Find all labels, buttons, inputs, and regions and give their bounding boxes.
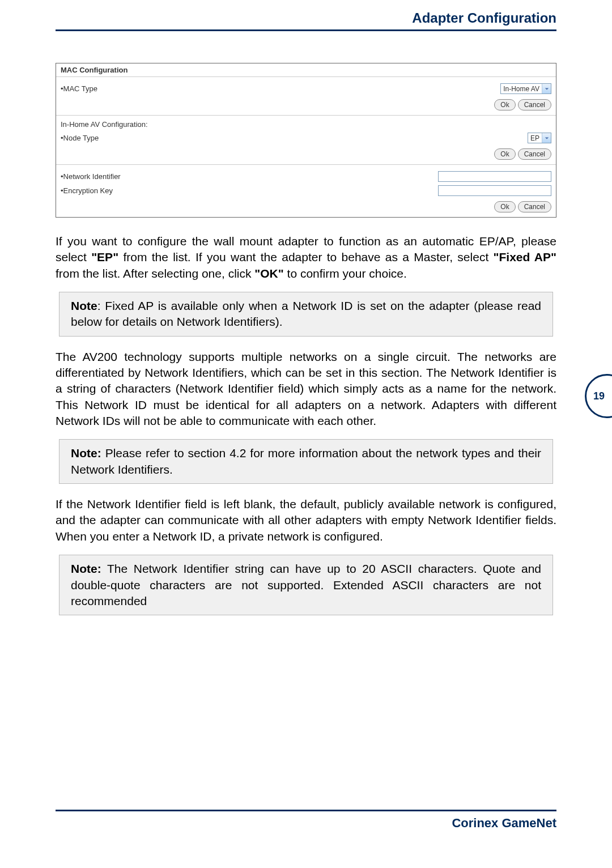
ok-button[interactable]: Ok (494, 148, 515, 160)
note-box-2: Note: Please refer to section 4.2 for mo… (59, 439, 553, 484)
chevron-down-icon[interactable] (542, 133, 551, 143)
paragraph-2: The AV200 technology supports multiple n… (56, 349, 556, 429)
inhome-config-label: In-Home AV Configuration: (61, 120, 551, 131)
mac-config-panel: MAC Configuration •MAC Type In-Home AV O… (56, 63, 556, 218)
page-header-title: Adapter Configuration (56, 10, 556, 29)
chevron-down-icon[interactable] (542, 84, 551, 93)
footer-text: Corinex GameNet (56, 816, 556, 831)
network-identifier-input[interactable] (438, 171, 551, 182)
mac-type-label: •MAC Type (61, 84, 97, 93)
encryption-key-label: •Encryption Key (61, 186, 113, 195)
encryption-key-input[interactable] (438, 185, 551, 196)
mac-type-select[interactable]: In-Home AV (500, 83, 551, 94)
paragraph-1: If you want to configure the wall mount … (56, 233, 556, 282)
cancel-button[interactable]: Cancel (518, 148, 551, 160)
paragraph-3: If the Network Identifier field is left … (56, 496, 556, 544)
note-box-3: Note: The Network Identifier string can … (59, 555, 553, 615)
header-rule (56, 29, 556, 31)
network-identifier-label: •Network Identifier (61, 172, 121, 181)
network-section: •Network Identifier •Encryption Key Ok C… (56, 164, 556, 217)
note-box-1: Note: Fixed AP is available only when a … (59, 292, 553, 337)
page-number: 19 (593, 390, 605, 402)
page-footer: Corinex GameNet (56, 810, 556, 831)
cancel-button[interactable]: Cancel (518, 201, 551, 212)
mac-type-section: •MAC Type In-Home AV Ok Cancel (56, 77, 556, 115)
footer-rule (56, 810, 556, 811)
node-type-section: In-Home AV Configuration: •Node Type EP … (56, 115, 556, 164)
node-type-select[interactable]: EP (528, 133, 551, 143)
ok-button[interactable]: Ok (494, 99, 515, 110)
node-type-label: •Node Type (61, 134, 99, 142)
mac-type-value: In-Home AV (501, 85, 542, 93)
ok-button[interactable]: Ok (494, 201, 515, 212)
node-type-value: EP (528, 134, 542, 142)
panel-title: MAC Configuration (56, 63, 556, 77)
cancel-button[interactable]: Cancel (518, 99, 551, 110)
